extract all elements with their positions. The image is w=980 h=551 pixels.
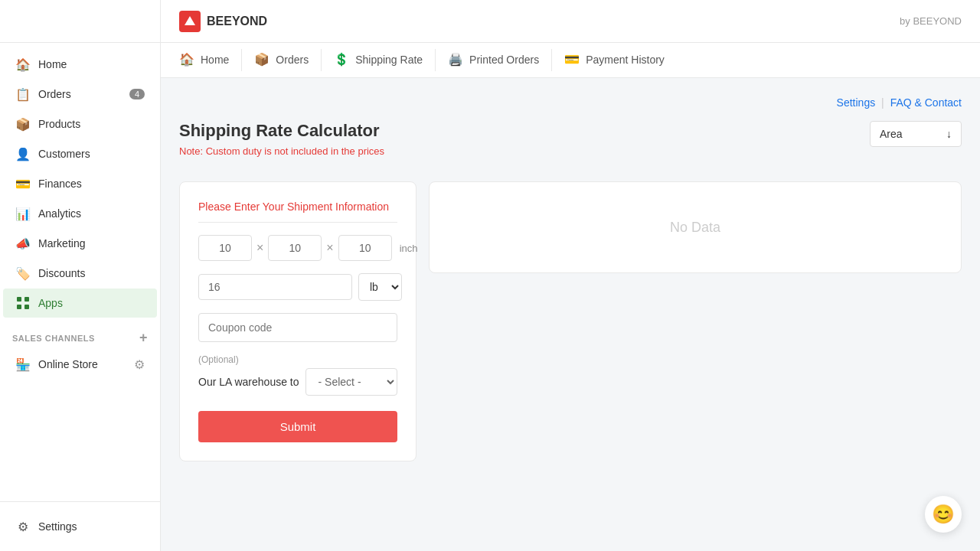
tab-payment-label: Payment History <box>586 54 665 66</box>
dim-separator-2: × <box>326 241 333 255</box>
products-icon: 📦 <box>15 116 31 132</box>
analytics-icon: 📊 <box>15 206 31 221</box>
tab-home[interactable]: 🏠 Home <box>167 43 241 77</box>
orders-icon: 📋 <box>15 86 31 102</box>
home-icon: 🏠 <box>15 57 31 72</box>
tab-payment-history[interactable]: 💳 Payment History <box>552 43 677 77</box>
warehouse-optional-label: (Optional) <box>198 354 397 365</box>
discounts-icon: 🏷️ <box>15 266 31 281</box>
svg-rect-1 <box>24 297 29 302</box>
sidebar-item-settings[interactable]: ⚙ Settings <box>3 512 157 541</box>
sidebar-item-label: Products <box>38 118 80 130</box>
dim2-input[interactable] <box>268 235 322 261</box>
sidebar-item-online-store[interactable]: 🏪 Online Store ⚙ <box>3 350 157 379</box>
sidebar-item-label: Discounts <box>38 267 85 279</box>
dim3-input[interactable] <box>338 235 392 261</box>
link-separator: | <box>881 96 884 109</box>
sidebar-item-label: Home <box>38 58 67 70</box>
sales-channels-header: SALES CHANNELS + <box>0 324 160 349</box>
tab-printed-label: Printed Orders <box>469 54 539 66</box>
content-area: Settings | FAQ & Contact Shipping Rate C… <box>161 78 980 551</box>
tab-shipping-label: Shipping Rate <box>355 54 423 66</box>
tab-printed-icon: 🖨️ <box>448 52 463 67</box>
settings-icon: ⚙ <box>15 519 31 534</box>
tab-orders-icon: 📦 <box>254 52 270 67</box>
calculator-header: Shipping Rate Calculator Note: Custom du… <box>179 121 384 157</box>
no-data-card: No Data <box>429 181 962 273</box>
calculator-title: Shipping Rate Calculator <box>179 121 384 141</box>
form-section-title: Please Enter Your Shipment Information <box>198 201 397 213</box>
calculator-note: Note: Custom duty is not included in the… <box>179 145 384 157</box>
topbar-brand: BEEYOND <box>179 11 267 32</box>
form-divider <box>198 222 397 223</box>
dim1-input[interactable] <box>198 235 252 261</box>
sidebar-nav: 🏠 Home 📋 Orders 4 📦 Products 👤 Customers… <box>0 43 160 501</box>
svg-marker-4 <box>185 16 195 25</box>
area-select[interactable]: Area ↓ <box>870 121 962 147</box>
tab-printed-orders[interactable]: 🖨️ Printed Orders <box>436 43 551 77</box>
topbar-byline: by BEEYOND <box>900 15 962 27</box>
tab-shipping-icon: 💲 <box>334 52 349 67</box>
online-store-icon: 🏪 <box>15 357 31 372</box>
add-sales-channel-button[interactable]: + <box>139 330 148 346</box>
sidebar-item-label: Orders <box>38 88 71 100</box>
weight-unit-select[interactable]: lb kg oz <box>358 273 402 301</box>
tab-payment-icon: 💳 <box>564 52 580 67</box>
coupon-input[interactable] <box>198 313 397 342</box>
sidebar-item-label: Online Store <box>38 358 98 370</box>
sidebar-logo <box>0 0 160 43</box>
finances-icon: 💳 <box>15 176 31 191</box>
sidebar-item-finances[interactable]: 💳 Finances <box>3 169 157 198</box>
warehouse-text: Our LA warehouse to <box>198 376 299 388</box>
dimension-row: × × inch <box>198 235 397 261</box>
tab-orders-label: Orders <box>276 54 309 66</box>
sidebar-item-discounts[interactable]: 🏷️ Discounts <box>3 259 157 288</box>
brand-logo <box>179 11 201 32</box>
chatbot-bubble[interactable]: 😊 <box>925 496 962 533</box>
sidebar-item-label: Customers <box>38 148 90 160</box>
dim-unit-label: inch <box>400 243 418 254</box>
sidebar-item-customers[interactable]: 👤 Customers <box>3 139 157 168</box>
apps-icon <box>15 295 31 311</box>
sidebar-item-orders[interactable]: 📋 Orders 4 <box>3 80 157 109</box>
area-select-label: Area <box>880 128 903 140</box>
nav-tabs: 🏠 Home 📦 Orders 💲 Shipping Rate 🖨️ Print… <box>161 43 980 78</box>
calculator-layout: Please Enter Your Shipment Information ×… <box>179 181 962 461</box>
weight-input[interactable] <box>198 274 352 300</box>
sidebar-item-home[interactable]: 🏠 Home <box>3 50 157 79</box>
sidebar-item-label: Analytics <box>38 207 81 220</box>
tab-orders[interactable]: 📦 Orders <box>242 43 321 77</box>
warehouse-select-row: Our LA warehouse to - Select - Option 1 … <box>198 368 397 396</box>
settings-bar: Settings | FAQ & Contact <box>179 96 962 109</box>
sidebar: 🏠 Home 📋 Orders 4 📦 Products 👤 Customers… <box>0 0 161 551</box>
form-card: Please Enter Your Shipment Information ×… <box>179 181 416 461</box>
settings-link[interactable]: Settings <box>837 96 876 109</box>
marketing-icon: 📣 <box>15 236 31 251</box>
faq-link[interactable]: FAQ & Contact <box>890 96 962 109</box>
warehouse-select[interactable]: - Select - Option 1 Option 2 <box>305 368 397 396</box>
tab-home-label: Home <box>201 54 229 66</box>
topbar: BEEYOND by BEEYOND <box>161 0 980 43</box>
brand-name: BEEYOND <box>207 15 267 28</box>
sidebar-item-label: Finances <box>38 178 82 190</box>
sidebar-item-apps[interactable]: Apps <box>3 289 157 318</box>
customers-icon: 👤 <box>15 146 31 161</box>
orders-badge: 4 <box>129 89 145 99</box>
svg-rect-3 <box>24 305 29 309</box>
weight-row: lb kg oz <box>198 273 397 301</box>
tab-shipping-rate[interactable]: 💲 Shipping Rate <box>322 43 435 77</box>
tab-home-icon: 🏠 <box>179 52 194 67</box>
dim-separator-1: × <box>256 241 263 255</box>
main-area: BEEYOND by BEEYOND 🏠 Home 📦 Orders 💲 Shi… <box>161 0 980 551</box>
svg-rect-2 <box>17 305 21 309</box>
area-dropdown-container: Area ↓ <box>870 121 962 147</box>
sidebar-item-products[interactable]: 📦 Products <box>3 109 157 139</box>
no-data-text: No Data <box>670 220 720 236</box>
sidebar-settings-section: ⚙ Settings <box>0 501 160 551</box>
online-store-settings-icon[interactable]: ⚙ <box>134 357 145 372</box>
sidebar-item-analytics[interactable]: 📊 Analytics <box>3 199 157 228</box>
sidebar-item-marketing[interactable]: 📣 Marketing <box>3 229 157 258</box>
calculator-header-row: Shipping Rate Calculator Note: Custom du… <box>179 121 962 169</box>
sidebar-item-label: Apps <box>38 297 63 309</box>
submit-button[interactable]: Submit <box>198 411 397 442</box>
